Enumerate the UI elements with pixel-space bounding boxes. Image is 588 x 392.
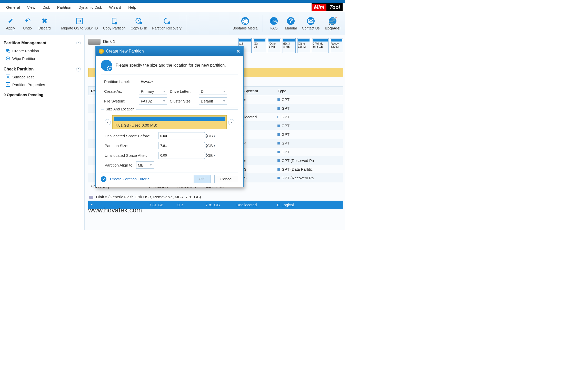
undo-button[interactable]: ↶Undo bbox=[20, 14, 35, 34]
copy-partition-button[interactable]: Copy Partition bbox=[102, 14, 127, 34]
cluster-size-select[interactable]: Default▼ bbox=[199, 97, 227, 105]
dialog-title-bar[interactable]: Create New Partition ✕ bbox=[96, 46, 243, 56]
partition-map-block[interactable]: (Ext38 MB bbox=[283, 38, 296, 53]
svg-text:+: + bbox=[8, 51, 10, 53]
toolbar-separator bbox=[263, 15, 263, 32]
migrate-icon bbox=[75, 17, 84, 25]
undo-label: Undo bbox=[23, 26, 32, 30]
partition-fields-group: Partition Label: Create As: Primary▼ Dri… bbox=[101, 75, 238, 108]
size-slider[interactable]: 7.81 GB (Used:0.00 MB) bbox=[112, 115, 227, 129]
dialog-intro-text: Please specify the size and the location… bbox=[116, 63, 226, 68]
copy-disk-button[interactable]: Copy Disk bbox=[129, 14, 149, 34]
chevron-down-icon[interactable]: ▾ bbox=[214, 154, 215, 157]
operations-pending-label: 0 Operations Pending bbox=[4, 92, 81, 97]
sidebar-item-label: Surface Test bbox=[12, 75, 34, 79]
partition-map-block[interactable]: (Othe1 MB bbox=[268, 38, 281, 53]
menu-disk[interactable]: Disk bbox=[39, 4, 54, 11]
ok-button[interactable]: OK bbox=[194, 175, 211, 183]
sidebar-item-wipe-partition[interactable]: Wipe Partition bbox=[4, 55, 81, 62]
unalloc-after-input[interactable]: ▲▼ bbox=[158, 152, 205, 159]
sidebar-item-partition-properties[interactable]: ≡ Partition Properties bbox=[4, 81, 81, 88]
dialog-close-icon[interactable]: ✕ bbox=[236, 48, 240, 54]
sidebar-item-label: Wipe Partition bbox=[12, 56, 36, 61]
cluster-size-label: Cluster Size: bbox=[170, 99, 196, 103]
drive-letter-select[interactable]: D:▼ bbox=[199, 88, 227, 95]
partition-label-input[interactable] bbox=[139, 78, 235, 85]
menu-help[interactable]: Help bbox=[125, 4, 140, 11]
disk2-heading: Disk 2 (Generic Flash Disk USB, Removabl… bbox=[88, 191, 343, 201]
partition-size-label: Partition Size: bbox=[105, 143, 156, 148]
align-to-select[interactable]: MB▼ bbox=[136, 161, 154, 169]
usb-icon bbox=[89, 196, 93, 199]
partition-map: xt324 (E)16 (Othe1 MB (Ext38 MB (Othe128… bbox=[238, 38, 343, 53]
chevron-down-icon[interactable]: ▾ bbox=[214, 135, 215, 137]
menu-wizard[interactable]: Wizard bbox=[106, 4, 125, 11]
file-system-select[interactable]: FAT32▼ bbox=[139, 97, 167, 105]
disc-icon: ◉ bbox=[241, 17, 249, 25]
dialog-body: Please specify the size and the location… bbox=[96, 56, 243, 187]
sidebar-item-surface-test[interactable]: ▦ Surface Test bbox=[4, 73, 81, 81]
disk-icon bbox=[88, 39, 101, 45]
discard-button[interactable]: ✖Discard bbox=[37, 14, 52, 34]
menu-general[interactable]: General bbox=[3, 4, 23, 11]
apply-button[interactable]: ✔Apply bbox=[3, 14, 18, 34]
sidebar-item-create-partition[interactable]: + Create Partition bbox=[4, 47, 81, 55]
sidebar-section-partition-management[interactable]: Partition Management ⌃ bbox=[4, 41, 81, 45]
undo-icon: ↶ bbox=[23, 17, 32, 25]
contact-button[interactable]: ✉Contact Us bbox=[300, 14, 321, 34]
title-bar-strip bbox=[0, 0, 345, 3]
help-icon[interactable]: ? bbox=[101, 176, 106, 182]
sidebar-section-check-partition[interactable]: Check Partition ⌃ bbox=[4, 67, 81, 71]
partition-label-label: Partition Label: bbox=[104, 79, 136, 84]
disk1-header: Disk 1 bbox=[88, 39, 115, 45]
chevron-down-icon[interactable]: ▾ bbox=[214, 144, 215, 147]
create-partition-icon bbox=[101, 60, 112, 71]
chevron-down-icon: ▼ bbox=[223, 100, 225, 102]
partition-size-input[interactable]: ▲▼ bbox=[158, 142, 205, 149]
contact-label: Contact Us bbox=[302, 26, 320, 30]
slider-label: 7.81 GB (Used:0.00 MB) bbox=[115, 123, 157, 127]
slider-right-button[interactable]: › bbox=[228, 119, 234, 125]
bootable-label: Bootable Media bbox=[233, 26, 257, 30]
unit-label: GB bbox=[207, 153, 213, 158]
disk1-label: Disk 1 bbox=[103, 39, 115, 44]
tutorial-link[interactable]: Create Partition Tutorial bbox=[110, 177, 151, 181]
brand-logo: Mini Tool bbox=[312, 3, 343, 11]
partition-map-block[interactable]: (E)16 bbox=[253, 38, 266, 53]
faq-button[interactable]: FAQFAQ bbox=[266, 14, 281, 34]
apply-label: Apply bbox=[6, 26, 15, 30]
chevron-down-icon: ▼ bbox=[150, 164, 152, 167]
toolbar: ✔Apply ↶Undo ✖Discard Migrate OS to SSD/… bbox=[0, 12, 345, 35]
sidebar-heading-label: Check Partition bbox=[4, 67, 34, 71]
svg-point-6 bbox=[167, 22, 170, 24]
menu-partition[interactable]: Partition bbox=[54, 4, 75, 11]
slider-left-button[interactable]: ‹ bbox=[105, 119, 111, 125]
sidebar-item-label: Partition Properties bbox=[12, 82, 45, 87]
col-type[interactable]: Type bbox=[275, 87, 343, 95]
unit-label: GB bbox=[207, 143, 213, 148]
migrate-os-button[interactable]: Migrate OS to SSD/HD bbox=[59, 14, 99, 34]
dialog-title-text: Create New Partition bbox=[106, 49, 144, 54]
manual-label: Manual bbox=[285, 26, 297, 30]
upgrade-button[interactable]: 🛒Upgrade! bbox=[323, 14, 342, 34]
create-partition-icon: + bbox=[6, 48, 10, 53]
recovery-icon bbox=[163, 17, 171, 25]
dialog-app-icon bbox=[99, 49, 104, 54]
partition-map-block[interactable]: C:Windo36.3 GB bbox=[312, 38, 328, 53]
unalloc-after-label: Unallocated Space After: bbox=[105, 153, 156, 158]
create-as-select[interactable]: Primary▼ bbox=[139, 88, 167, 95]
cancel-button[interactable]: Cancel bbox=[214, 175, 238, 183]
chevron-down-icon: ▼ bbox=[163, 90, 165, 93]
manual-button[interactable]: ?Manual bbox=[283, 14, 298, 34]
copy-partition-label: Copy Partition bbox=[103, 26, 126, 30]
unalloc-before-input[interactable]: ▲▼ bbox=[158, 132, 205, 139]
partition-map-block[interactable]: Recov820 M bbox=[330, 38, 343, 53]
drive-letter-label: Drive Letter: bbox=[170, 89, 196, 94]
mail-icon: ✉ bbox=[307, 17, 315, 25]
partition-map-block[interactable]: (Othe128 M bbox=[297, 38, 310, 53]
partition-recovery-button[interactable]: Partition Recovery bbox=[151, 14, 183, 34]
menu-view[interactable]: View bbox=[23, 4, 39, 11]
menu-dynamic-disk[interactable]: Dynamic Disk bbox=[75, 4, 106, 11]
bootable-media-button[interactable]: ◉Bootable Media bbox=[231, 14, 259, 34]
migrate-label: Migrate OS to SSD/HD bbox=[61, 26, 98, 30]
